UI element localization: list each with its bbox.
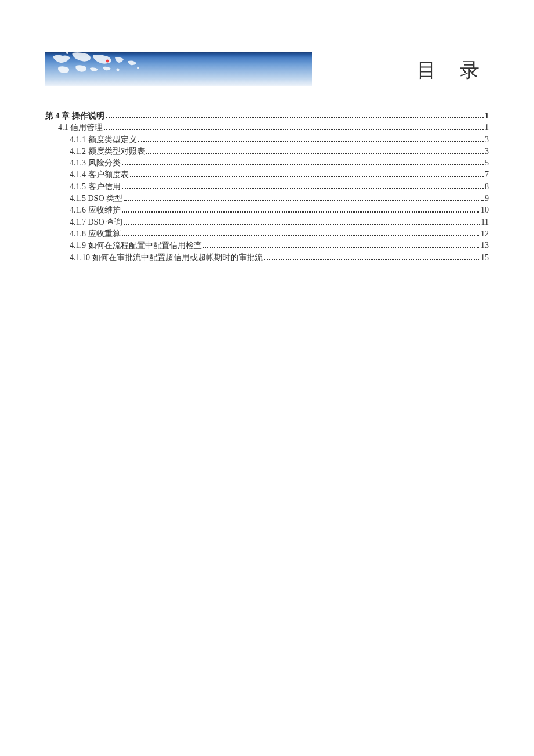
toc-leader-dots [203,247,480,248]
toc-leader-dots [124,224,480,225]
toc-entry-label: 4.1.5 客户信用 [70,181,121,193]
toc-entry-label: 4.1.6 应收维护 [70,204,121,216]
toc-entry-label: 4.1.4 客户额度表 [70,169,129,181]
toc-entry-label: 4.1 信用管理 [58,122,103,134]
header: 目 录 [45,52,489,87]
toc-entry-label: 4.1.3 风险分类 [70,157,121,169]
table-of-contents: 第 4 章 操作说明14.1 信用管理14.1.1 额度类型定义34.1.2 额… [45,110,489,264]
toc-entry-page: 10 [481,204,489,216]
toc-entry[interactable]: 4.1.5 客户信用8 [70,181,489,193]
toc-leader-dots [104,129,484,130]
toc-entry-label: 4.1.8 应收重算 [70,228,121,240]
toc-entry[interactable]: 4.1.2 额度类型对照表3 [70,146,489,157]
svg-point-1 [117,69,120,71]
toc-leader-dots [122,235,480,236]
toc-entry-page: 11 [481,217,489,228]
toc-entry-page: 5 [485,157,489,169]
toc-leader-dots [106,117,484,118]
toc-entry[interactable]: 4.1 信用管理1 [58,122,489,134]
toc-entry-label: 4.1.1 额度类型定义 [70,134,137,146]
toc-entry-page: 15 [481,252,489,264]
toc-leader-dots [122,211,480,213]
toc-entry-page: 1 [485,110,489,122]
toc-entry-page: 8 [485,181,489,193]
svg-point-2 [137,67,139,69]
toc-entry[interactable]: 4.1.1 额度类型定义3 [70,134,489,146]
toc-entry-label: 4.1.10 如何在审批流中配置超信用或超帐期时的审批流 [70,252,263,264]
toc-entry[interactable]: 4.1.10 如何在审批流中配置超信用或超帐期时的审批流15 [70,252,489,264]
toc-entry[interactable]: 4.1.9 如何在流程配置中配置信用检查13 [70,240,489,251]
toc-entry[interactable]: 第 4 章 操作说明1 [45,110,489,122]
toc-entry-page: 9 [485,193,489,204]
toc-entry[interactable]: 4.1.6 应收维护10 [70,204,489,216]
toc-entry-label: 4.1.5 DSO 类型 [70,193,122,204]
toc-entry-label: 4.1.9 如何在流程配置中配置信用检查 [70,240,202,251]
toc-entry[interactable]: 4.1.4 客户额度表7 [70,169,489,181]
toc-entry-label: 4.1.2 额度类型对照表 [70,146,145,157]
toc-leader-dots [146,153,484,154]
page-content: 目 录 第 4 章 操作说明14.1 信用管理14.1.1 额度类型定义34.1… [0,0,534,264]
svg-point-3 [106,60,109,63]
toc-entry-page: 12 [481,228,489,240]
svg-point-0 [66,52,68,54]
toc-leader-dots [130,176,484,177]
toc-entry-page: 1 [485,122,489,134]
toc-entry[interactable]: 4.1.3 风险分类5 [70,157,489,169]
toc-leader-dots [264,259,480,260]
toc-leader-dots [124,200,484,201]
toc-entry-label: 第 4 章 操作说明 [45,110,104,122]
toc-leader-dots [138,141,484,142]
toc-leader-dots [122,164,484,165]
toc-entry-page: 13 [481,240,489,251]
toc-entry-page: 3 [485,146,489,157]
toc-entry[interactable]: 4.1.8 应收重算12 [70,228,489,240]
toc-entry-label: 4.1.7 DSO 查询 [70,217,122,228]
world-map-icon [48,52,153,81]
page-title: 目 录 [417,57,489,84]
toc-entry[interactable]: 4.1.5 DSO 类型9 [70,193,489,204]
toc-leader-dots [122,188,484,189]
toc-entry[interactable]: 4.1.7 DSO 查询11 [70,217,489,228]
toc-entry-page: 7 [485,169,489,181]
toc-entry-page: 3 [485,134,489,146]
header-banner [45,52,312,86]
